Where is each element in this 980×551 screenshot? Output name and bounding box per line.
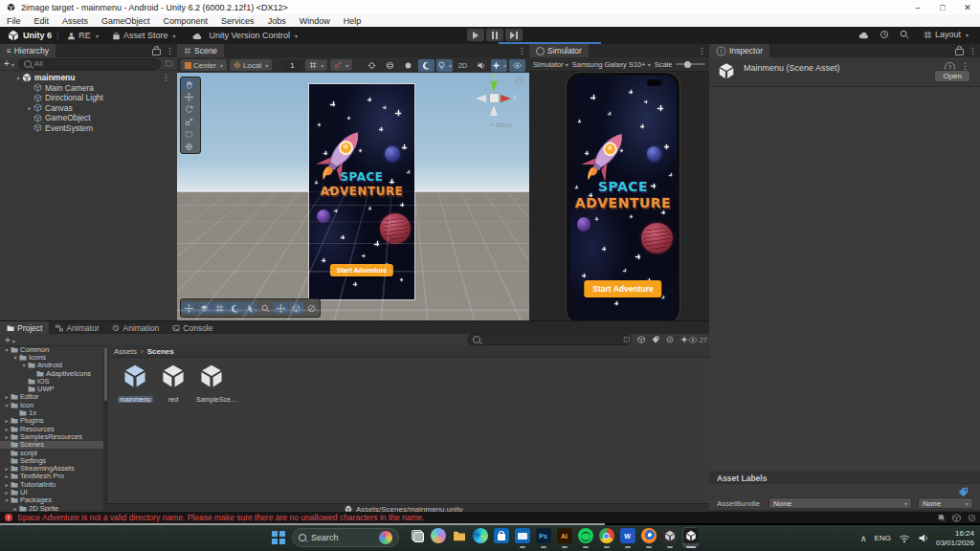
crescent-view-toggle[interactable] xyxy=(418,59,434,72)
tree-item-1x[interactable]: 1x xyxy=(0,408,103,416)
volume-icon[interactable] xyxy=(918,533,928,543)
scale-tool-button[interactable] xyxy=(182,116,196,127)
asset-labels-header[interactable]: Asset Labels xyxy=(709,472,980,484)
audio-mute-toggle[interactable] xyxy=(473,59,489,72)
tree-item-icon[interactable]: ▾Icon xyxy=(0,401,103,408)
gizmo-center-cube[interactable] xyxy=(490,94,499,102)
rect-tool-button[interactable] xyxy=(182,128,196,140)
tree-item-script[interactable]: script xyxy=(0,449,103,456)
tool-handle-rotation-dropdown[interactable]: Local▾ xyxy=(230,59,272,71)
gizmo-axis[interactable] xyxy=(476,95,486,102)
taskbar-photoshop[interactable]: Ps xyxy=(535,527,551,548)
notifications-muted-icon[interactable] xyxy=(937,514,946,522)
asset-store-menu[interactable]: Asset Store▾ xyxy=(108,31,180,40)
tree-item-tutorialinfo[interactable]: ▸TutorialInfo xyxy=(0,480,103,488)
expand-arrow-icon[interactable]: ▾ xyxy=(3,346,11,353)
expand-arrow-icon[interactable]: ▾ xyxy=(3,496,11,503)
close-button[interactable]: ✕ xyxy=(955,0,980,14)
cloud-services-icon[interactable] xyxy=(858,31,869,39)
scene-2d-toggle[interactable]: 2D xyxy=(455,59,471,72)
snap-increment-dropdown[interactable]: ▾ xyxy=(330,59,352,71)
expand-arrow-icon[interactable]: ▸ xyxy=(26,104,33,111)
disabled-button[interactable] xyxy=(304,302,319,314)
menu-component[interactable]: Component xyxy=(157,16,215,26)
expand-arrow-icon[interactable]: ▸ xyxy=(3,481,11,488)
tab-project[interactable]: Project xyxy=(0,321,49,334)
taskbar-word[interactable]: W xyxy=(619,527,635,548)
expand-arrow-icon[interactable]: ▾ xyxy=(11,354,19,361)
lighting-toggle[interactable]: ▾ xyxy=(436,59,453,72)
view-hand-tool-button[interactable] xyxy=(182,78,196,90)
clock[interactable]: 16:24 03/01/2026 xyxy=(936,529,974,548)
pause-button[interactable] xyxy=(486,29,503,41)
gizmo-y-axis[interactable] xyxy=(490,81,498,92)
tab-inspector[interactable]: i Inspector xyxy=(709,44,769,57)
menu-gameobject[interactable]: GameObject xyxy=(95,16,157,26)
move-tool-button[interactable] xyxy=(274,302,288,314)
tab-hierarchy[interactable]: ≡ Hierarchy xyxy=(0,44,56,57)
scene-viewport[interactable]: SPACE ADVENTURE Start Adventure Y x < Ba… xyxy=(177,73,529,320)
tab-animator[interactable]: Animator xyxy=(49,321,105,334)
scrollbar-thumb[interactable] xyxy=(104,347,107,401)
scale-slider[interactable] xyxy=(676,63,705,65)
tree-item-common[interactable]: ▾Common xyxy=(0,345,103,353)
taskbar-chrome[interactable] xyxy=(598,527,614,548)
grid-snap-dropdown[interactable]: ▾ xyxy=(305,59,327,71)
tab-console[interactable]: Console xyxy=(166,321,219,334)
minimize-button[interactable]: – xyxy=(905,0,930,14)
expand-arrow-icon[interactable]: ▾ xyxy=(14,75,22,81)
scene-picker-icon[interactable] xyxy=(165,59,173,68)
tree-item-2d-sprite[interactable]: ▸2D Sprite xyxy=(0,504,103,512)
create-asset-button[interactable]: +▾ xyxy=(5,335,15,345)
start-adventure-button[interactable]: Start Adventure xyxy=(584,280,661,298)
kebab-menu-icon[interactable]: ⋮ xyxy=(166,46,174,55)
maximize-button[interactable]: □ xyxy=(930,0,955,14)
taskbar-spotify[interactable] xyxy=(577,527,593,548)
gizmos-target-toggle[interactable] xyxy=(364,59,380,72)
open-scene-button[interactable]: Open xyxy=(934,70,970,82)
kebab-menu-icon[interactable]: ⋮ xyxy=(162,73,170,82)
hidden-items-toggle[interactable]: 27 xyxy=(688,336,707,344)
menu-help[interactable]: Help xyxy=(337,16,368,26)
tab-simulator[interactable]: Simulator xyxy=(529,44,589,57)
info-icon[interactable] xyxy=(666,336,674,343)
assetbundle-variant-dropdown[interactable]: None▾ xyxy=(918,497,973,509)
hierarchy-item-eventsystem[interactable]: EventSystem xyxy=(26,123,177,134)
kebab-menu-icon[interactable]: ⋮ xyxy=(969,46,977,55)
menu-jobs[interactable]: Jobs xyxy=(261,16,293,26)
expand-arrow-icon[interactable]: ▸ xyxy=(11,505,19,512)
taskbar-explorer[interactable] xyxy=(451,527,467,548)
tree-item-scenes[interactable]: Scenes xyxy=(0,441,103,449)
lock-icon[interactable] xyxy=(152,49,161,55)
hierarchy-item-gameobject[interactable]: GameObject xyxy=(26,113,177,123)
tree-item-samplesresources[interactable]: ▸SamplesResources xyxy=(0,432,103,440)
asset-red[interactable]: red xyxy=(156,364,190,406)
simulator-menu-dropdown[interactable]: Simulator▾ xyxy=(533,60,568,69)
asset-mainmenu[interactable]: mainmenu xyxy=(118,364,152,406)
taskbar-edge[interactable] xyxy=(472,527,488,548)
status-error-bar[interactable]: ! Space Adventure is not a valid directo… xyxy=(0,512,980,523)
start-adventure-button[interactable]: Start Adventure xyxy=(330,264,393,276)
taskbar-store[interactable] xyxy=(493,527,509,548)
kebab-menu-icon[interactable]: ⋮ xyxy=(698,46,706,55)
play-button[interactable] xyxy=(467,29,484,41)
undo-history-icon[interactable] xyxy=(880,30,889,39)
rotate-tool-button[interactable] xyxy=(182,103,196,115)
expand-arrow-icon[interactable]: ▸ xyxy=(3,465,11,472)
breadcrumb-scenes[interactable]: Scenes xyxy=(147,347,174,356)
breadcrumb-assets[interactable]: Assets xyxy=(114,347,137,356)
orientation-gizmo[interactable]: Y x xyxy=(472,77,516,121)
progress-check-icon[interactable] xyxy=(968,514,976,522)
tree-item-editor[interactable]: ▸Editor xyxy=(0,393,103,401)
hierarchy-item-canvas[interactable]: ▸Canvas xyxy=(26,103,177,114)
expand-arrow-icon[interactable]: ▾ xyxy=(3,402,11,408)
version-control-menu[interactable]: Unity Version Control▾ xyxy=(189,31,301,40)
taskbar-task-view[interactable] xyxy=(409,527,425,548)
hierarchy-root-scene[interactable]: ▾ mainmenu ⋮ xyxy=(0,73,177,83)
taskbar-copilot[interactable] xyxy=(430,527,446,548)
tree-item-uwp[interactable]: UWP xyxy=(0,385,103,392)
tree-item-ui[interactable]: ▸UI xyxy=(0,488,103,496)
layout-menu[interactable]: Layout▾ xyxy=(920,30,972,39)
assetbundle-dropdown[interactable]: None▾ xyxy=(768,497,912,509)
taskbar-blender[interactable] xyxy=(640,527,657,548)
